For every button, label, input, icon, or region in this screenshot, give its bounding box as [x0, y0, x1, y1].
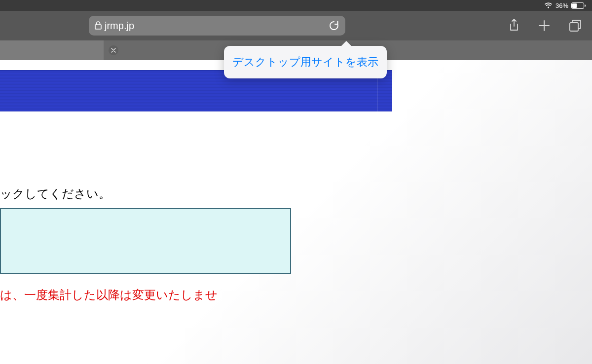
lock-icon [95, 21, 102, 30]
close-tab-icon[interactable] [109, 45, 118, 55]
warning-text: は、一度集計した以降は変更いたしませ [0, 287, 218, 303]
address-bar[interactable]: jrmp.jp [89, 16, 345, 36]
plus-icon[interactable] [538, 19, 551, 32]
instruction-text: ックしてください。 [0, 186, 111, 202]
popover-label: デスクトップ用サイトを表示 [232, 56, 378, 68]
status-bar: 36% [0, 0, 592, 11]
tabs-icon[interactable] [568, 19, 582, 33]
address-text: jrmp.jp [105, 20, 327, 32]
svg-rect-1 [570, 23, 578, 31]
browser-toolbar: jrmp.jp [0, 11, 592, 40]
browser-tab[interactable] [0, 40, 104, 60]
battery-percent-text: 36% [555, 2, 568, 9]
highlighted-box[interactable] [0, 208, 291, 274]
desktop-site-popover[interactable]: デスクトップ用サイトを表示 [224, 46, 387, 78]
page-content: ックしてください。 は、一度集計した以降は変更いたしませ [0, 60, 592, 364]
share-icon[interactable] [508, 18, 520, 33]
battery-fill [572, 3, 577, 8]
battery-icon [571, 2, 584, 9]
toolbar-right [508, 18, 582, 33]
wifi-icon [544, 2, 553, 9]
reload-icon[interactable] [327, 18, 341, 33]
